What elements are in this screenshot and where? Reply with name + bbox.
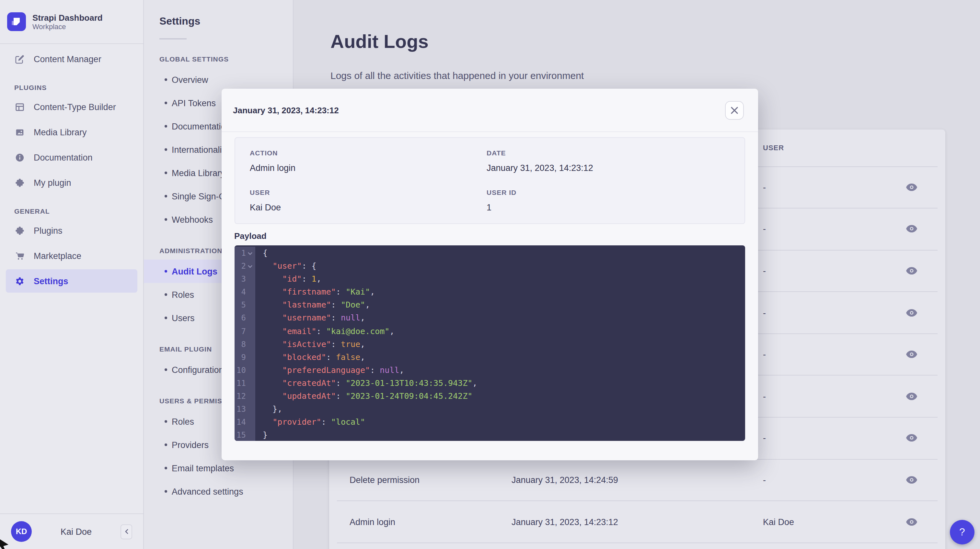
sidebar-item-documentation[interactable]: Documentation (6, 146, 137, 169)
eye-icon (906, 225, 918, 233)
eye-icon (906, 517, 918, 526)
code-line: 9 "blocked": false, (234, 351, 745, 364)
puzzle-icon (14, 225, 25, 236)
sidebar-item-marketplace[interactable]: Marketplace (6, 244, 137, 267)
app-title: Strapi Dashboard (32, 13, 103, 22)
code-text: "updatedAt": "2023-01-24T09:04:45.242Z" (255, 390, 473, 403)
user-name: Kai Doe (32, 527, 121, 536)
field-value: Kai Doe (250, 203, 487, 213)
fold-chevron-icon[interactable] (247, 265, 252, 268)
view-details-button[interactable] (905, 265, 919, 276)
cell-user: - (763, 350, 886, 359)
eye-icon (906, 267, 918, 275)
collapse-sidebar-button[interactable] (121, 524, 132, 539)
field-label: ACTION (250, 149, 487, 157)
sidebar-footer: KD Kai Doe (0, 513, 143, 549)
code-text: } (255, 429, 267, 441)
bullet-icon (165, 293, 167, 296)
line-number-gutter: 4 (234, 286, 255, 299)
code-line: 1{ (234, 247, 745, 260)
cell-details (886, 182, 937, 193)
bullet-icon (165, 368, 167, 371)
view-details-button[interactable] (905, 182, 919, 193)
cell-user: - (763, 224, 886, 234)
cell-user: Kai Doe (763, 517, 886, 527)
subnav-item-label: Roles (172, 290, 194, 300)
subnav-item-label: Advanced settings (172, 487, 243, 496)
sidebar-item-content-type-builder[interactable]: Content-Type Builder (6, 95, 137, 119)
cell-action: Delete permission (337, 475, 512, 485)
subnav-divider (159, 38, 187, 40)
code-line: 6 "username": null, (234, 312, 745, 325)
eye-icon (906, 392, 918, 401)
view-details-button[interactable] (905, 474, 919, 486)
eye-icon (906, 183, 918, 192)
code-text: { (255, 247, 267, 260)
close-modal-button[interactable] (725, 101, 744, 119)
cell-details (886, 391, 937, 402)
cell-details (886, 224, 937, 235)
subnav-item-label: API Tokens (172, 98, 216, 108)
eye-icon (906, 308, 918, 317)
field-label: USER ID (487, 189, 745, 196)
view-details-button[interactable] (905, 391, 919, 402)
modal-body: ACTIONAdmin loginDATEJanuary 31, 2023, 1… (221, 132, 758, 441)
image-icon (14, 127, 25, 137)
code-text: "isActive": true, (255, 338, 365, 351)
subnav-item-overview[interactable]: Overview (144, 68, 293, 91)
code-text: "blocked": false, (255, 351, 365, 364)
fold-chevron-icon[interactable] (247, 252, 252, 255)
view-details-button[interactable] (905, 349, 919, 360)
line-number-gutter: 15 (234, 429, 255, 441)
eye-icon (906, 434, 918, 443)
code-line: 4 "firstname": "Kai", (234, 286, 745, 299)
line-number-gutter: 14 (234, 416, 255, 428)
cell-details (886, 516, 937, 527)
eye-icon (906, 476, 918, 484)
sidebar-item-plugins[interactable]: Plugins (6, 219, 137, 242)
bullet-icon (165, 490, 167, 493)
brand: Strapi Dashboard Workplace (0, 0, 143, 44)
subnav-item-label: Configuration (172, 365, 224, 374)
line-number-gutter: 6 (234, 312, 255, 325)
puzzle-icon (14, 178, 25, 188)
table-row[interactable]: Admin loginJanuary 31, 2023, 14:23:12Kai… (337, 501, 937, 543)
sidebar-item-content-manager[interactable]: Content Manager (6, 47, 137, 71)
code-text: }, (255, 403, 282, 416)
cell-details (886, 265, 937, 276)
line-number-gutter: 10 (234, 364, 255, 377)
subnav-item-label: Media Library (172, 168, 225, 178)
log-field-user: USERKai Doe (250, 189, 487, 213)
subnav-item-label: Webhooks (172, 214, 213, 224)
view-details-button[interactable] (905, 224, 919, 235)
sidebar-item-label: Settings (34, 276, 68, 286)
bullet-icon (165, 125, 167, 127)
line-number-gutter: 3 (234, 273, 255, 286)
code-line: 12 "updatedAt": "2023-01-24T09:04:45.242… (234, 390, 745, 403)
header-user: USER (763, 144, 886, 152)
sidebar-item-label: Marketplace (34, 251, 81, 260)
sidebar-item-settings[interactable]: Settings (6, 269, 137, 293)
view-details-button[interactable] (905, 516, 919, 527)
field-value: January 31, 2023, 14:23:12 (487, 163, 745, 173)
subnav-item-label: Roles (172, 417, 194, 426)
cart-icon (14, 251, 25, 261)
close-icon (731, 106, 738, 114)
bullet-icon (165, 270, 167, 273)
help-button[interactable]: ? (950, 520, 975, 544)
bullet-icon (165, 467, 167, 470)
table-row[interactable]: Delete permissionJanuary 31, 2023, 14:24… (337, 459, 937, 501)
sidebar-item-my-plugin[interactable]: My plugin (6, 171, 137, 194)
view-details-button[interactable] (905, 433, 919, 444)
bullet-icon (165, 102, 167, 104)
modal-header: January 31, 2023, 14:23:12 (221, 89, 758, 132)
log-fields-box: ACTIONAdmin loginDATEJanuary 31, 2023, 1… (234, 137, 745, 224)
subnav-item-advanced-settings[interactable]: Advanced settings (144, 480, 293, 503)
view-details-button[interactable] (905, 307, 919, 318)
bullet-icon (165, 317, 167, 319)
sidebar-item-media-library[interactable]: Media Library (6, 121, 137, 144)
line-number-gutter: 13 (234, 403, 255, 416)
code-line: 14 "provider": "local" (234, 416, 745, 428)
sidebar-section-label-general: GENERAL (14, 207, 143, 215)
bullet-icon (165, 195, 167, 197)
